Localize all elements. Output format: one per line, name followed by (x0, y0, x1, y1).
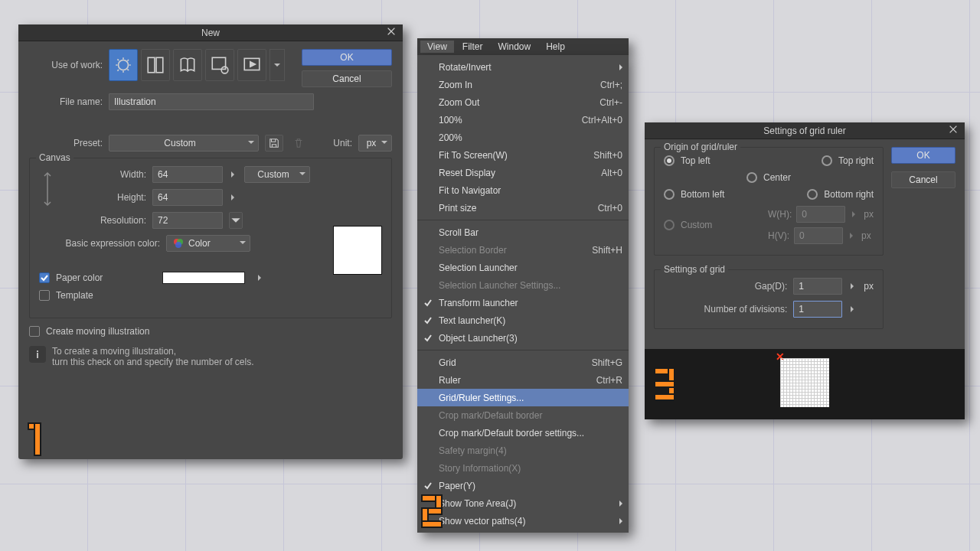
tile-animation[interactable] (237, 49, 266, 81)
menu-item[interactable]: Rotate/Invert (417, 58, 629, 76)
file-name-input[interactable] (109, 93, 314, 110)
menu-item[interactable]: GridShift+G (417, 354, 629, 371)
annotation-number-3 (655, 369, 677, 399)
close-icon[interactable] (386, 26, 398, 38)
chevron-right-icon[interactable] (848, 282, 858, 291)
info-icon (29, 346, 46, 363)
menu-item-shortcut: Ctrl+R (596, 375, 622, 386)
menu-item[interactable]: Paper(Y) (417, 477, 629, 494)
menu-item[interactable]: Text launcher(K) (417, 311, 629, 329)
origin-top-right-radio[interactable]: Top right (822, 155, 874, 166)
menu-item[interactable]: Print sizeCtrl+0 (417, 199, 629, 217)
menu-item-label: Zoom Out (439, 97, 479, 108)
template-checkbox[interactable] (39, 290, 50, 301)
ok-button[interactable]: OK (302, 49, 392, 66)
menu-item[interactable]: Zoom InCtrl+; (417, 76, 629, 93)
cancel-button[interactable]: Cancel (891, 171, 956, 188)
chevron-right-icon[interactable] (256, 273, 265, 282)
menu-item-shortcut: Ctrl+Alt+0 (582, 115, 622, 126)
menu-item-label: Crop mark/Default border (439, 410, 542, 421)
unit-select[interactable]: px (358, 135, 392, 152)
dialog-titlebar: Settings of grid ruler (645, 122, 965, 139)
origin-custom-radio[interactable]: Custom (664, 220, 712, 230)
svg-rect-9 (37, 350, 38, 352)
menubar-item-help[interactable]: Help (539, 41, 572, 53)
menu-item[interactable]: Show vector paths(4) (417, 512, 629, 530)
annotation-number-2 (423, 496, 444, 527)
menu-item[interactable]: Reset DisplayAlt+0 (417, 164, 629, 181)
menu-item[interactable]: Zoom OutCtrl+- (417, 93, 629, 111)
origin-bottom-left-radio[interactable]: Bottom left (664, 189, 724, 200)
menu-item[interactable]: Fit To Screen(W)Shift+0 (417, 146, 629, 164)
menu-separator (417, 220, 629, 220)
width-preset-select[interactable]: Custom (244, 166, 310, 183)
delete-preset-button[interactable] (289, 135, 308, 152)
menu-item-label: Selection Launcher Settings... (439, 280, 560, 291)
hv-label: H(V): (768, 230, 789, 241)
menu-item-label: Scroll Bar (439, 227, 479, 238)
menu-item-shortcut: Shift+H (592, 245, 622, 256)
expr-color-select[interactable]: Color (166, 235, 250, 252)
height-input[interactable] (152, 189, 223, 206)
menu-item-shortcut: Shift+0 (593, 150, 622, 161)
menu-item-shortcut: Shift+G (592, 357, 622, 368)
origin-hv-input[interactable] (794, 227, 843, 244)
tile-illustration[interactable] (109, 49, 138, 81)
resolution-input[interactable] (152, 212, 223, 229)
wh-label: W(H): (768, 209, 792, 220)
tiles-more-dropdown[interactable] (270, 49, 285, 81)
origin-wh-input[interactable] (796, 206, 845, 223)
gap-input[interactable] (793, 278, 842, 295)
close-icon[interactable] (948, 124, 960, 136)
menubar-item-filter[interactable]: Filter (456, 41, 490, 53)
moving-checkbox[interactable] (29, 326, 40, 337)
tile-comic[interactable] (141, 49, 170, 81)
menu-item-label: Rotate/Invert (439, 62, 492, 73)
swap-wh-button[interactable] (39, 166, 56, 212)
menu-item[interactable]: Crop mark/Default border settings... (417, 424, 629, 442)
menu-item[interactable]: Show Tone Area(J) (417, 494, 629, 512)
use-of-work-label: Use of work: (29, 60, 103, 70)
chevron-right-icon[interactable] (229, 170, 238, 179)
origin-top-left-radio[interactable]: Top left (664, 155, 710, 166)
cancel-button[interactable]: Cancel (302, 70, 392, 87)
dialog-titlebar: New (18, 24, 403, 41)
tile-animation-settings[interactable] (205, 49, 234, 81)
menu-item[interactable]: 200% (417, 129, 629, 146)
menu-item-shortcut: Ctrl+; (600, 80, 622, 90)
menubar-item-window[interactable]: Window (491, 41, 537, 53)
chevron-right-icon[interactable] (848, 305, 858, 314)
paper-color-swatch[interactable] (162, 272, 245, 284)
menu-item[interactable]: 100%Ctrl+Alt+0 (417, 111, 629, 129)
paper-color-checkbox[interactable] (39, 272, 50, 283)
menu-item[interactable]: Scroll Bar (417, 223, 629, 241)
divisions-input[interactable] (793, 301, 842, 318)
tile-book[interactable] (173, 49, 202, 81)
menu-item[interactable]: Grid/Ruler Settings... (417, 389, 629, 406)
width-input[interactable] (152, 166, 223, 183)
menu-item[interactable]: RulerCtrl+R (417, 371, 629, 389)
menu-item: Selection Launcher Settings... (417, 276, 629, 294)
unit-label: Unit: (333, 138, 352, 148)
moving-hint: To create a moving illustration, turn th… (29, 346, 392, 367)
origin-center-radio[interactable]: Center (746, 172, 791, 183)
use-of-work-tiles (109, 49, 285, 81)
save-preset-button[interactable] (265, 135, 283, 152)
submenu-arrow-icon (618, 62, 624, 73)
menu-item-label: Crop mark/Default border settings... (439, 428, 584, 439)
resolution-dropdown[interactable] (229, 212, 243, 229)
ok-button[interactable]: OK (891, 147, 956, 164)
preset-select[interactable]: Custom (109, 135, 259, 152)
gap-label: Gap(D): (755, 281, 788, 292)
chevron-right-icon[interactable] (229, 193, 238, 202)
grid-preview: ✕ (780, 358, 829, 407)
menu-item[interactable]: Fit to Navigator (417, 181, 629, 199)
menu-item-label: Grid (439, 357, 456, 368)
menu-item-label: Paper(Y) (439, 481, 475, 491)
menubar-item-view[interactable]: View (420, 41, 454, 53)
origin-bottom-right-radio[interactable]: Bottom right (807, 189, 874, 200)
menu-item-label: Fit to Navigator (439, 185, 501, 196)
menu-item[interactable]: Selection Launcher (417, 259, 629, 276)
menu-item[interactable]: Object Launcher(3) (417, 329, 629, 347)
menu-item[interactable]: Transform launcher (417, 294, 629, 311)
